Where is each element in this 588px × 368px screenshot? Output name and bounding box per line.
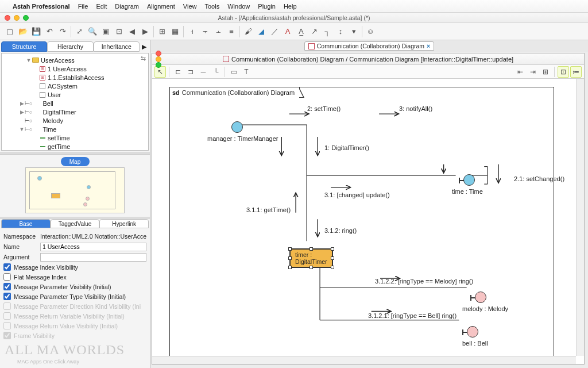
align-right-icon[interactable]: ⫠ xyxy=(212,25,225,38)
font-icon[interactable]: A̲ xyxy=(295,25,307,38)
tab-taggedvalue[interactable]: TaggedValue xyxy=(51,219,100,228)
scrollbar-horizontal[interactable] xyxy=(152,356,576,364)
prop-check[interactable]: Message Parameter Visibility (Initial) xyxy=(3,282,146,292)
connector-icon[interactable]: ↗ xyxy=(308,25,320,38)
lifeline-tool-icon[interactable]: ⊏ xyxy=(172,66,184,78)
checkbox[interactable] xyxy=(3,273,11,281)
inner-zoom-icon[interactable] xyxy=(156,62,161,68)
tree-item[interactable]: getTime xyxy=(3,142,147,151)
arrow-style-icon[interactable]: ↕ xyxy=(334,25,347,38)
check-label: Message Index Visibility xyxy=(14,264,78,271)
align-h-icon[interactable]: ⇤ xyxy=(514,66,526,78)
nav-prev-icon[interactable]: ◀ xyxy=(126,25,138,38)
zoom-fit-icon[interactable]: ▣ xyxy=(99,25,112,38)
tree-item[interactable]: ACSystem xyxy=(3,82,147,90)
menu-view[interactable]: View xyxy=(183,3,197,10)
paint-icon[interactable]: 🖌 xyxy=(242,25,254,38)
more-icon[interactable]: ▾ xyxy=(347,25,360,38)
tab-structure[interactable]: Structure xyxy=(1,41,47,52)
tree-item[interactable]: ▶⊢○DigitalTimer xyxy=(3,108,147,116)
menu-plugin[interactable]: Plugin xyxy=(258,3,276,10)
align-center-icon[interactable]: ⫟ xyxy=(199,25,211,38)
nav-next-icon[interactable]: ▶ xyxy=(139,25,152,38)
text-tool-icon[interactable]: T xyxy=(241,66,252,78)
emoji-icon[interactable]: ☺ xyxy=(364,25,377,38)
note-tool-icon[interactable]: ▭ xyxy=(228,66,239,78)
align-v-icon[interactable]: ⇥ xyxy=(527,66,539,78)
menu-diagram[interactable]: Diagram xyxy=(115,3,139,10)
lifeline-melody[interactable] xyxy=(475,292,486,303)
tree-item[interactable]: ▼UserAccess xyxy=(3,56,147,64)
object-timer[interactable]: timer : DigitalTimer xyxy=(290,249,332,267)
prop-check: Message Parameter Direction Kind Visibil… xyxy=(3,301,146,311)
close-tab-icon[interactable]: × xyxy=(427,43,430,49)
name-input[interactable] xyxy=(40,243,146,251)
menu-edit[interactable]: Edit xyxy=(96,3,107,10)
fit-icon[interactable]: ⊡ xyxy=(558,66,569,78)
lifeline-time[interactable] xyxy=(463,174,475,186)
prop-check[interactable]: Message Parameter Type Visibility (Initi… xyxy=(3,292,146,301)
zoom-out-icon[interactable]: ⤢ xyxy=(73,25,86,38)
zoom-actual-icon[interactable]: ⊡ xyxy=(113,25,125,38)
inner-close-icon[interactable] xyxy=(156,51,161,56)
minimap[interactable] xyxy=(25,167,125,213)
guides-icon[interactable]: ≔ xyxy=(570,66,582,78)
tree-item[interactable]: ⊞1.1.EstablishAccess xyxy=(3,73,147,82)
tab-hyperlink[interactable]: Hyperlink xyxy=(99,219,149,228)
menu-alignment[interactable]: Alignment xyxy=(147,3,175,10)
grid-icon[interactable]: ⊞ xyxy=(156,25,168,38)
lifeline-manager[interactable] xyxy=(231,121,243,133)
object-timer-l2: DigitalTimer xyxy=(295,258,327,265)
tree-item[interactable]: ▶⊢○Bell xyxy=(3,99,147,108)
line-color-icon[interactable]: ／ xyxy=(268,25,281,38)
tab-base[interactable]: Base xyxy=(1,219,51,228)
lifeline-bell[interactable] xyxy=(467,326,478,338)
model-tree[interactable]: ⇆ ▼UserAccess⊞1 UserAccess⊞1.1.Establish… xyxy=(1,53,149,151)
align-left-icon[interactable]: ⫞ xyxy=(185,25,198,38)
select-tool-icon[interactable]: ↖ xyxy=(154,66,166,78)
open-file-icon[interactable]: 📂 xyxy=(17,25,29,38)
map-button[interactable]: Map xyxy=(61,157,90,166)
diagram-canvas[interactable]: sdCommunication (Collaboration) Diagram … xyxy=(152,79,584,364)
tree-item[interactable]: ▼⊢○Time xyxy=(3,125,147,133)
scrollbar-vertical[interactable] xyxy=(576,79,584,356)
tab-overflow-icon[interactable]: ▶ xyxy=(140,43,149,51)
menu-file[interactable]: File xyxy=(78,3,88,10)
redo-icon[interactable]: ↷ xyxy=(56,25,69,38)
save-icon[interactable]: 💾 xyxy=(30,25,42,38)
message-tool-icon[interactable]: └ xyxy=(210,66,222,78)
zoom-in-icon[interactable]: 🔍 xyxy=(86,25,99,38)
prop-check[interactable]: Message Index Visibility xyxy=(3,262,146,272)
doc-tab-communication[interactable]: Communication (Collaboration) Diagram × xyxy=(304,41,434,51)
lifeline2-tool-icon[interactable]: ⊐ xyxy=(185,66,196,78)
font-color-icon[interactable]: A xyxy=(281,25,294,38)
inner-min-icon[interactable] xyxy=(156,56,161,62)
app-name[interactable]: Astah Professional xyxy=(13,3,70,10)
fill-color-icon[interactable]: ◢ xyxy=(255,25,268,38)
menu-window[interactable]: Window xyxy=(227,3,250,10)
minimize-window-icon[interactable] xyxy=(14,15,20,21)
tree-sync-icon[interactable]: ⇆ xyxy=(141,55,146,62)
link-tool-icon[interactable]: ─ xyxy=(198,66,209,78)
new-file-icon[interactable]: ▢ xyxy=(3,25,16,38)
menu-help[interactable]: Help xyxy=(284,3,297,10)
close-window-icon[interactable] xyxy=(5,15,10,21)
tab-inheritance[interactable]: Inheritance xyxy=(94,41,140,52)
checkbox[interactable] xyxy=(3,283,11,290)
checkbox[interactable] xyxy=(3,293,11,300)
menu-tools[interactable]: Tools xyxy=(205,3,220,10)
autolayout-icon[interactable]: ⊞ xyxy=(540,66,551,78)
tree-item[interactable]: ⊢○Melody xyxy=(3,116,147,125)
tree-item[interactable]: User xyxy=(3,90,147,99)
tab-hierarchy[interactable]: Hierarchy xyxy=(47,41,93,52)
prop-check[interactable]: Flat Message Index xyxy=(3,272,146,282)
undo-icon[interactable]: ↶ xyxy=(43,25,56,38)
snap-icon[interactable]: ▦ xyxy=(169,25,181,38)
line-style-icon[interactable]: ┐ xyxy=(321,25,334,38)
tree-item[interactable]: ⊞1 UserAccess xyxy=(3,64,147,73)
tree-item[interactable]: setTime xyxy=(3,133,147,142)
checkbox[interactable] xyxy=(3,263,11,271)
argument-input[interactable] xyxy=(40,253,146,262)
zoom-window-icon[interactable] xyxy=(23,15,29,21)
distribute-icon[interactable]: ≡ xyxy=(225,25,238,38)
